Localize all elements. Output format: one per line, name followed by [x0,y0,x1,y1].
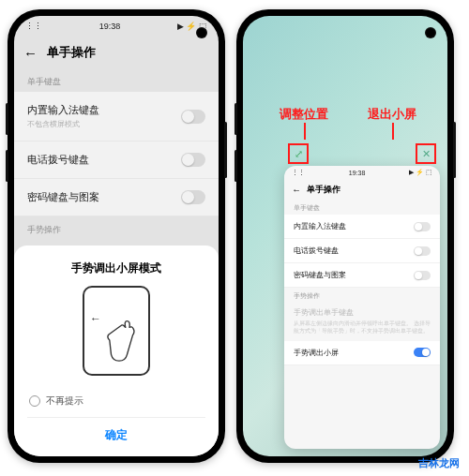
phone-right-frame: 调整位置 退出小屏 ⤢ ✕ ⋮⋮ 19:38 ▶ ⚡ ⬚ ← 单手操作 单手键盘 [236,9,454,463]
dont-remind-label: 不再提示 [46,394,83,408]
status-time: 19:38 [349,170,366,176]
row-label: 密码键盘与图案 [294,270,346,280]
one-hand-mini-window: ⋮⋮ 19:38 ▶ ⚡ ⬚ ← 单手操作 单手键盘 内置输入法键盘 电话拨号键… [284,166,440,449]
toggle-pwd[interactable] [414,271,431,280]
gesture-disabled-block: 手势调出单手键盘 从屏幕左侧边缘向内滑动并停顿呼出单手键盘。 选择导航方式为「导… [284,303,440,341]
hand-icon [103,316,135,364]
camera-punchhole [196,27,207,38]
toggle-miniscreen[interactable] [414,348,431,357]
highlight-close-button: ✕ [416,143,436,164]
radio-icon [29,395,40,407]
dont-remind-option[interactable]: 不再提示 [27,389,205,413]
annotation-move: 调整位置 [275,106,333,123]
annotation-exit: 退出小屏 [363,106,421,123]
gesture-illustration [83,286,150,376]
close-icon[interactable]: ✕ [422,148,431,160]
confirm-button[interactable]: 确定 [27,417,205,447]
row-gesture-miniscreen[interactable]: 手势调出小屏 [284,341,440,365]
camera-punchhole [425,27,436,38]
sheet-title: 手势调出小屏模式 [27,260,205,276]
row-ime-keyboard[interactable]: 内置输入法键盘 [284,215,440,239]
status-right: ▶ ⚡ ⬚ [409,169,432,176]
toggle-dial[interactable] [414,246,431,256]
resize-icon[interactable]: ⤢ [295,148,303,160]
row-password-keyboard[interactable]: 密码键盘与图案 [284,263,440,288]
page-title: 单手操作 [307,184,340,196]
status-left: ⋮⋮ [292,169,305,176]
row-dial-keyboard[interactable]: 电话拨号键盘 [284,239,440,263]
mini-status-bar: ⋮⋮ 19:38 ▶ ⚡ ⬚ [284,166,440,179]
left-screen: ⋮⋮ 19:38 ▶ ⚡ ⬚ ← 单手操作 单手键盘 内置输入法键盘 不包含横屏… [14,16,219,456]
row-label: 内置输入法键盘 [294,221,346,231]
gesture-desc: 从屏幕左侧边缘向内滑动并停顿呼出单手键盘。 选择导航方式为「导航手势」时，不支持… [294,320,431,335]
modal-overlay: 手势调出小屏模式 不再提示 确定 [14,16,219,456]
section-gesture-header: 手势操作 [284,288,440,303]
back-icon[interactable]: ← [292,185,301,195]
right-screen: 调整位置 退出小屏 ⤢ ✕ ⋮⋮ 19:38 ▶ ⚡ ⬚ ← 单手操作 单手键盘 [243,16,447,456]
section-keyboard-header: 单手键盘 [284,200,440,215]
gesture-title: 手势调出单手键盘 [294,308,431,318]
toggle-ime[interactable] [414,222,431,231]
mini-title-bar: ← 单手操作 [284,179,440,200]
phone-left-frame: ⋮⋮ 19:38 ▶ ⚡ ⬚ ← 单手操作 单手键盘 内置输入法键盘 不包含横屏… [8,9,225,463]
row-label: 手势调出小屏 [294,348,339,358]
highlight-resize-button: ⤢ [288,143,309,164]
watermark-text: 吉林龙网 [418,456,460,470]
gesture-help-sheet: 手势调出小屏模式 不再提示 确定 [14,245,219,456]
row-label: 电话拨号键盘 [294,245,339,256]
